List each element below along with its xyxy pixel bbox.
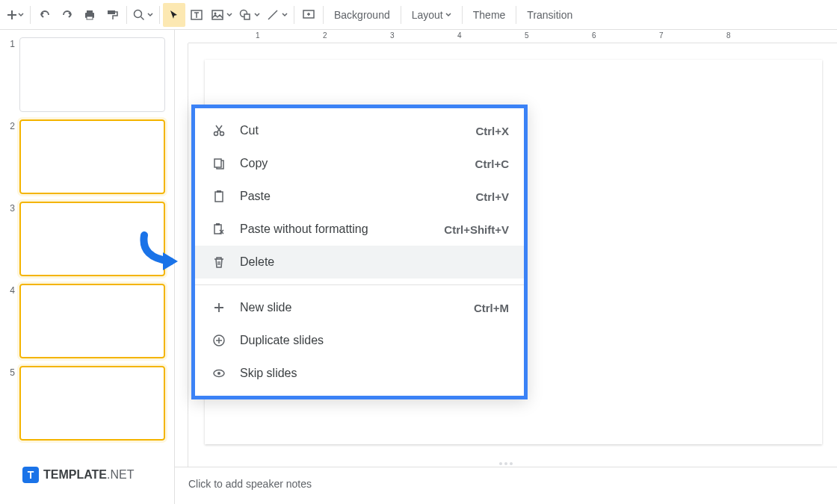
menu-new-slide[interactable]: New slide Ctrl+M (195, 291, 524, 324)
svg-rect-1 (87, 10, 93, 13)
svg-rect-16 (214, 225, 221, 234)
menu-cut[interactable]: Cut Ctrl+X (195, 114, 524, 147)
menu-label: Duplicate slides (240, 334, 509, 347)
ruler-mark: 4 (457, 31, 462, 40)
horizontal-ruler: 1 2 3 4 5 6 7 8 (188, 30, 837, 43)
brand-bold: TEMPLATE (43, 468, 107, 481)
slide-number: 5 (3, 366, 19, 441)
comment-button[interactable] (297, 3, 320, 27)
ruler-mark: 8 (726, 31, 731, 40)
slide-number: 3 (3, 202, 19, 276)
svg-point-4 (135, 10, 142, 17)
arrow-annotation (133, 231, 193, 276)
separator (126, 6, 127, 24)
separator (323, 6, 324, 24)
thumb-preview (19, 37, 165, 112)
menu-divider (195, 284, 524, 285)
slide-thumbnail[interactable]: 4 (3, 284, 171, 358)
menu-label: Copy (240, 157, 475, 170)
separator (401, 6, 401, 24)
slide-thumbnail[interactable]: 1 (3, 37, 171, 112)
menu-shortcut: Ctrl+V (475, 190, 509, 203)
menu-label: Cut (240, 124, 475, 137)
plus-icon (210, 299, 228, 317)
redo-button[interactable] (56, 3, 78, 27)
transition-button[interactable]: Transition (519, 3, 580, 27)
svg-rect-17 (216, 223, 220, 225)
slide-number: 4 (3, 284, 19, 358)
thumb-preview (19, 284, 165, 358)
undo-button[interactable] (34, 3, 56, 27)
svg-rect-3 (108, 10, 115, 14)
menu-paste-without-formatting[interactable]: Paste without formatting Ctrl+Shift+V (195, 213, 524, 246)
separator (159, 6, 160, 24)
footer-logo: T TEMPLATE.NET (22, 467, 134, 483)
slide-number: 2 (3, 119, 19, 194)
svg-point-20 (217, 372, 220, 375)
chevron-down-icon (282, 12, 288, 18)
chevron-down-icon (254, 12, 260, 18)
svg-point-11 (214, 132, 218, 136)
menu-label: Skip slides (240, 367, 509, 380)
ruler-mark: 1 (256, 31, 260, 40)
image-button[interactable] (208, 3, 235, 27)
menu-skip-slides[interactable]: Skip slides (195, 357, 524, 390)
theme-button[interactable]: Theme (466, 3, 513, 27)
svg-rect-9 (244, 14, 250, 19)
svg-rect-14 (215, 192, 223, 202)
chevron-down-icon (147, 12, 153, 18)
cut-icon (210, 122, 228, 140)
menu-label: Paste without formatting (240, 223, 444, 236)
thumb-preview (19, 119, 165, 194)
menu-label: Paste (240, 190, 475, 203)
paste-icon (210, 187, 228, 205)
speaker-notes[interactable]: Click to add speaker notes (175, 467, 837, 504)
separator (462, 6, 463, 24)
ruler-mark: 2 (323, 31, 327, 40)
zoom-button[interactable] (130, 3, 156, 27)
delete-icon (210, 253, 228, 271)
svg-rect-15 (217, 190, 221, 193)
ruler-mark: 5 (525, 31, 529, 40)
separator (294, 6, 294, 24)
skip-icon (210, 364, 228, 382)
select-tool-button[interactable] (163, 3, 185, 27)
layout-label: Layout (412, 9, 443, 21)
shape-button[interactable] (235, 3, 263, 27)
pane-drag-handle[interactable] (499, 462, 513, 465)
svg-point-12 (220, 132, 224, 136)
svg-rect-13 (214, 159, 221, 167)
brand-light: .NET (107, 468, 134, 481)
menu-paste[interactable]: Paste Ctrl+V (195, 180, 524, 213)
svg-rect-2 (87, 16, 93, 19)
paint-format-button[interactable] (101, 3, 123, 27)
chevron-down-icon (445, 12, 451, 18)
duplicate-icon (210, 332, 228, 349)
print-button[interactable] (78, 3, 101, 27)
separator (30, 6, 31, 24)
toolbar: Background Layout Theme Transition (0, 0, 837, 30)
menu-label: Delete (240, 255, 509, 269)
background-button[interactable]: Background (327, 3, 398, 27)
svg-rect-6 (212, 10, 223, 19)
slide-thumbnail[interactable]: 5 (3, 366, 171, 441)
slide-number: 1 (3, 37, 19, 112)
menu-copy[interactable]: Copy Ctrl+C (195, 147, 524, 180)
separator (516, 6, 516, 24)
text-box-button[interactable] (185, 3, 208, 27)
logo-badge: T (22, 467, 39, 483)
ruler-mark: 6 (592, 31, 596, 40)
context-menu: Cut Ctrl+X Copy Ctrl+C Paste Ctrl+V Past… (191, 105, 528, 399)
ruler-mark: 7 (659, 31, 664, 40)
paste-plain-icon (210, 220, 228, 238)
ruler-mark: 3 (390, 31, 395, 40)
menu-label: New slide (240, 301, 474, 314)
line-button[interactable] (263, 3, 291, 27)
menu-duplicate-slides[interactable]: Duplicate slides (195, 324, 524, 357)
copy-icon (210, 155, 228, 172)
menu-delete[interactable]: Delete (195, 246, 524, 279)
slide-thumbnail[interactable]: 2 (3, 119, 171, 194)
new-slide-button[interactable] (3, 3, 27, 27)
chevron-down-icon (18, 12, 24, 18)
layout-button[interactable]: Layout (404, 3, 459, 27)
